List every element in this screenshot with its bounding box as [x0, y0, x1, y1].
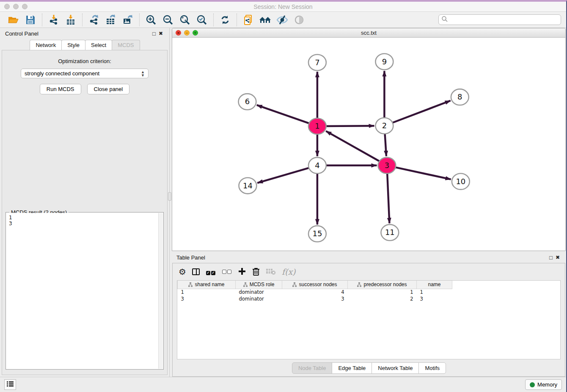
- table-cell[interactable]: 1: [348, 289, 417, 295]
- table-cell[interactable]: 4: [282, 289, 348, 295]
- zoom-in-button[interactable]: [143, 13, 160, 27]
- first-neighbors-button[interactable]: [257, 13, 274, 27]
- run-mcds-button[interactable]: Run MCDS: [40, 84, 81, 94]
- svg-text:6: 6: [245, 97, 250, 106]
- toolbar-separator: [42, 14, 42, 26]
- graph-edge-3-11[interactable]: [387, 173, 389, 224]
- status-bar: Memory: [0, 377, 566, 392]
- export-network-button[interactable]: [85, 13, 102, 27]
- import-table-button[interactable]: [62, 13, 79, 27]
- zoom-fit-button[interactable]: [176, 13, 193, 27]
- graph-node-6[interactable]: 6: [238, 94, 256, 110]
- memory-button[interactable]: Memory: [525, 379, 562, 390]
- search-input[interactable]: [448, 17, 558, 23]
- delete-table-button[interactable]: [266, 265, 276, 278]
- tab-style[interactable]: Style: [61, 40, 85, 50]
- optimization-criterion-select[interactable]: strongly connected component ▲▼: [21, 69, 149, 78]
- show-columns-button[interactable]: [192, 265, 200, 278]
- graph-node-8[interactable]: 8: [451, 89, 469, 105]
- graph-node-10[interactable]: 10: [452, 174, 470, 190]
- graph-edge-3-10[interactable]: [395, 167, 451, 179]
- table-cell[interactable]: dominator: [236, 295, 282, 302]
- graph-edge-1-6[interactable]: [257, 105, 310, 124]
- table-settings-button[interactable]: ⚙: [179, 265, 186, 278]
- checkboxes-unchecked-icon: [222, 269, 232, 275]
- table-cell[interactable]: dominator: [236, 289, 282, 295]
- deselect-all-rows-button[interactable]: [222, 265, 232, 278]
- column-label: MCDS role: [250, 282, 275, 287]
- control-panel-tabs: Network Style Select MCDS: [0, 39, 169, 50]
- zoom-out-button[interactable]: [160, 13, 176, 27]
- table-row[interactable]: 3dominator323: [178, 295, 561, 302]
- delete-column-button[interactable]: [252, 265, 260, 278]
- tab-mcds[interactable]: MCDS: [112, 40, 140, 50]
- table-cell[interactable]: 1: [178, 289, 236, 295]
- graph-edge-3-1[interactable]: [326, 131, 380, 162]
- graph-node-3[interactable]: 3: [378, 157, 396, 174]
- table-cell[interactable]: 3: [282, 295, 348, 302]
- splitter-handle[interactable]: [168, 192, 171, 201]
- column-header-name[interactable]: name: [417, 281, 452, 289]
- clone-network-button[interactable]: [240, 13, 257, 27]
- graph-edge-1-2[interactable]: [325, 126, 374, 126]
- graph-node-11[interactable]: 11: [381, 224, 399, 240]
- graph-edge-2-8[interactable]: [392, 101, 451, 123]
- zoom-selected-button[interactable]: [193, 13, 210, 27]
- result-scrollbar[interactable]: [158, 213, 163, 369]
- table-empty-area: [177, 302, 560, 359]
- graph-node-2[interactable]: 2: [375, 118, 393, 134]
- float-panel-icon[interactable]: □: [151, 30, 157, 37]
- hide-selected-button[interactable]: [274, 13, 291, 27]
- graph-node-15[interactable]: 15: [308, 226, 326, 242]
- close-panel-button[interactable]: Close panel: [87, 84, 130, 94]
- table-cell[interactable]: 2: [348, 295, 417, 302]
- table-row[interactable]: 1dominator411: [178, 289, 561, 295]
- open-session-button[interactable]: [5, 13, 22, 27]
- table-cell[interactable]: 3: [178, 295, 236, 302]
- graph-node-4[interactable]: 4: [308, 157, 326, 174]
- column-header-MCDS-role[interactable]: MCDS role: [236, 281, 282, 289]
- import-network-button[interactable]: [45, 13, 62, 27]
- control-panel: Control Panel □ ✖ Network Style Select M…: [0, 28, 169, 377]
- column-type-icon: [188, 282, 193, 287]
- task-history-button[interactable]: [4, 379, 16, 390]
- show-all-button[interactable]: [291, 13, 308, 27]
- export-image-button[interactable]: [119, 13, 136, 27]
- export-table-button[interactable]: [102, 13, 119, 27]
- svg-text:7: 7: [315, 58, 319, 67]
- save-session-button[interactable]: [22, 13, 39, 27]
- graph-node-1[interactable]: 1: [308, 118, 326, 134]
- column-type-icon: [243, 282, 248, 287]
- table-cell[interactable]: 3: [417, 295, 452, 302]
- tab-node-table[interactable]: Node Table: [292, 362, 333, 374]
- tab-select[interactable]: Select: [85, 40, 112, 50]
- table-float-icon[interactable]: □: [548, 254, 554, 261]
- column-type-icon: [357, 282, 361, 287]
- graph-edge-4-14[interactable]: [257, 168, 310, 183]
- tab-network[interactable]: Network: [30, 40, 62, 50]
- tab-edge-table[interactable]: Edge Table: [332, 362, 372, 374]
- tab-motifs[interactable]: Motifs: [418, 362, 446, 374]
- graph-node-7[interactable]: 7: [308, 55, 326, 71]
- graph-node-9[interactable]: 9: [375, 54, 393, 70]
- vertical-splitter[interactable]: [169, 28, 171, 377]
- zoom-out-icon: [162, 14, 173, 25]
- add-column-button[interactable]: [238, 265, 246, 278]
- graph-node-14[interactable]: 14: [239, 178, 256, 194]
- column-header-predecessor-nodes[interactable]: predecessor nodes: [348, 281, 417, 289]
- function-builder-button[interactable]: f(x): [282, 265, 296, 278]
- select-all-rows-button[interactable]: ✓✓: [206, 265, 216, 278]
- table-close-icon[interactable]: ✖: [554, 254, 561, 261]
- column-header-successor-nodes[interactable]: successor nodes: [282, 281, 348, 289]
- graph-edge-2-3[interactable]: [385, 133, 386, 156]
- column-header-shared-name[interactable]: shared name: [178, 281, 236, 289]
- mcds-result-text[interactable]: 1 3: [6, 213, 158, 369]
- search-field[interactable]: [438, 14, 561, 25]
- column-label: name: [428, 282, 440, 287]
- trash-icon: [252, 267, 260, 277]
- network-canvas[interactable]: 7968124314101511: [172, 38, 565, 251]
- refresh-button[interactable]: [217, 13, 234, 27]
- tab-network-table[interactable]: Network Table: [372, 362, 419, 374]
- table-cell[interactable]: 1: [417, 289, 452, 295]
- close-panel-icon[interactable]: ✖: [157, 30, 164, 37]
